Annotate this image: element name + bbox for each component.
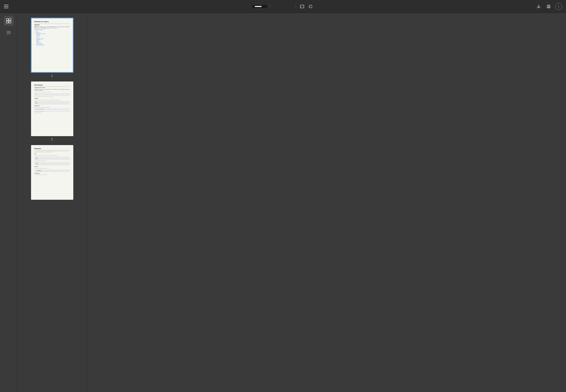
thumbnail-page-1[interactable]: Markdown For Typora Overview Markdown is… (17, 16, 87, 79)
thumbnail-page-3[interactable]: Blockquotes In Typora, just enter > foll… (17, 143, 87, 202)
more-options-button[interactable]: ⋮ (555, 3, 562, 10)
rotate-button[interactable] (307, 3, 314, 10)
svg-rect-5 (6, 21, 8, 23)
menu-icon[interactable] (4, 5, 8, 8)
toolbar-right: ⋮ (317, 3, 562, 10)
thumb-frame-2: Block Elements Paragraph and line breaks… (31, 81, 73, 136)
sidebar-thumbnails-icon[interactable] (4, 16, 14, 26)
main-area: Markdown For Typora Overview Markdown is… (0, 13, 566, 392)
toolbar-left (4, 5, 249, 8)
thumb-label-1: 1 (51, 74, 53, 78)
zoom-controls (273, 6, 293, 7)
zoom-in-button[interactable] (290, 6, 293, 7)
svg-rect-0 (300, 5, 304, 8)
thumbnail-panel: Markdown For Typora Overview Markdown is… (17, 13, 87, 392)
fit-page-button[interactable] (299, 3, 305, 10)
svg-rect-6 (9, 21, 11, 23)
divider-2 (296, 4, 296, 9)
svg-rect-3 (6, 19, 8, 21)
thumb-frame-1: Markdown For Typora Overview Markdown is… (31, 18, 73, 73)
page-current[interactable] (255, 6, 262, 7)
svg-rect-4 (9, 19, 11, 21)
thumb-frame-3: Blockquotes In Typora, just enter > foll… (31, 145, 73, 200)
zoom-out-button[interactable] (273, 6, 276, 7)
print-button[interactable] (545, 3, 552, 10)
thumbnail-page-2[interactable]: Block Elements Paragraph and line breaks… (17, 79, 87, 143)
sidebar (0, 13, 17, 392)
download-button[interactable] (535, 3, 542, 10)
sidebar-outline-icon[interactable] (4, 28, 14, 38)
thumb-label-2: 2 (51, 138, 53, 141)
toolbar: ⋮ (0, 0, 566, 13)
svg-rect-2 (548, 7, 549, 7)
toolbar-center (252, 3, 314, 10)
page-nav (252, 5, 267, 8)
divider-1 (270, 4, 270, 9)
